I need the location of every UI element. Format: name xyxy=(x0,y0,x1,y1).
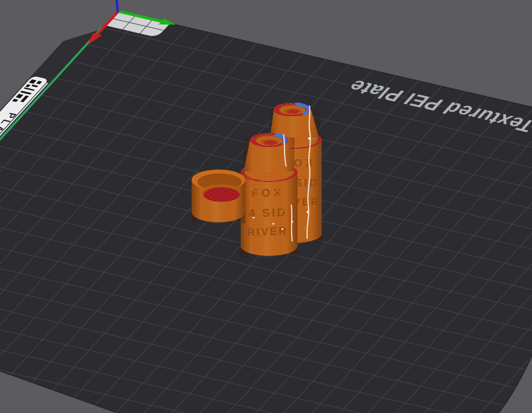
lid-infill-surface xyxy=(204,188,240,202)
slicer-3d-viewport[interactable]: Textured PEI Plate PLA xyxy=(0,0,532,413)
object-lid[interactable] xyxy=(192,170,245,223)
z-axis xyxy=(117,0,118,12)
svg-text:RIVER: RIVER xyxy=(247,225,288,238)
front-bottle-emboss-text: FOX 4 SID RIVER xyxy=(247,186,288,238)
scene-canvas[interactable]: Textured PEI Plate PLA xyxy=(0,0,532,413)
seam-blob xyxy=(308,137,311,140)
svg-text:FOX: FOX xyxy=(251,186,285,199)
seam-blob xyxy=(307,211,309,213)
